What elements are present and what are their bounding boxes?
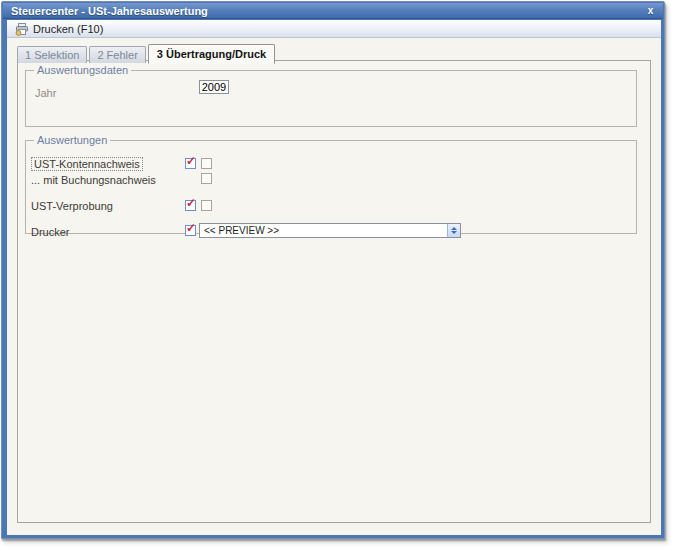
screen: Steuercenter - USt-Jahresauswertung x Dr… — [0, 0, 673, 548]
kontennachweis-print-checkbox[interactable]: ✓ — [185, 158, 196, 169]
kontennachweis-label: UST-Kontennachweis — [31, 157, 143, 171]
tab-fehler[interactable]: 2 Fehler — [89, 46, 145, 63]
groupbox-auswertungen: Auswertungen UST-Kontennachweis ✓ ... mi… — [25, 140, 637, 234]
kontennachweis-option-checkbox[interactable] — [201, 158, 212, 169]
tab-selektion[interactable]: 1 Selektion — [17, 46, 87, 63]
tab-uebertragung-druck[interactable]: 3 Übertragung/Druck — [148, 44, 275, 64]
print-button[interactable]: Drucken (F10) — [11, 21, 107, 37]
combobox-dropdown-button[interactable] — [447, 224, 460, 237]
title-bar: Steuercenter - USt-Jahresauswertung x — [3, 3, 663, 19]
verprobung-option-checkbox[interactable] — [201, 200, 212, 211]
check-icon: ✓ — [186, 197, 196, 209]
close-icon[interactable]: x — [643, 4, 658, 18]
drucker-label: Drucker — [31, 226, 70, 238]
groupbox-auswertungsdaten: Auswertungsdaten Jahr — [25, 70, 637, 127]
printer-icon — [15, 23, 29, 36]
check-icon: ✓ — [186, 155, 196, 167]
toolbar: Drucken (F10) — [7, 20, 661, 38]
verprobung-label: UST-Verprobung — [31, 200, 113, 212]
verprobung-print-checkbox[interactable]: ✓ — [185, 200, 196, 211]
tab-panel: Auswertungsdaten Jahr Auswertungen UST-K… — [17, 60, 651, 523]
drucker-combobox[interactable]: << PREVIEW >> — [199, 223, 461, 238]
print-button-label: Drucken (F10) — [33, 23, 103, 35]
window-title: Steuercenter - USt-Jahresauswertung — [11, 5, 208, 17]
arrow-down-icon — [451, 231, 457, 234]
groupbox-auswertungen-title: Auswertungen — [34, 134, 110, 146]
window-content: Drucken (F10) 1 Selektion 2 Fehler 3 Übe… — [7, 20, 661, 535]
arrow-up-icon — [451, 227, 457, 230]
drucker-checkbox[interactable]: ✓ — [185, 225, 196, 236]
jahr-input[interactable] — [199, 80, 229, 94]
drucker-combobox-value: << PREVIEW >> — [204, 224, 279, 237]
buchungsnachweis-checkbox[interactable] — [201, 173, 212, 184]
jahr-label: Jahr — [35, 87, 56, 99]
tab-strip: 1 Selektion 2 Fehler 3 Übertragung/Druck — [17, 44, 277, 63]
groupbox-auswertungsdaten-title: Auswertungsdaten — [34, 64, 131, 76]
check-icon: ✓ — [186, 222, 196, 234]
buchungsnachweis-label: ... mit Buchungsnachweis — [31, 174, 156, 186]
window: Steuercenter - USt-Jahresauswertung x Dr… — [1, 1, 665, 539]
